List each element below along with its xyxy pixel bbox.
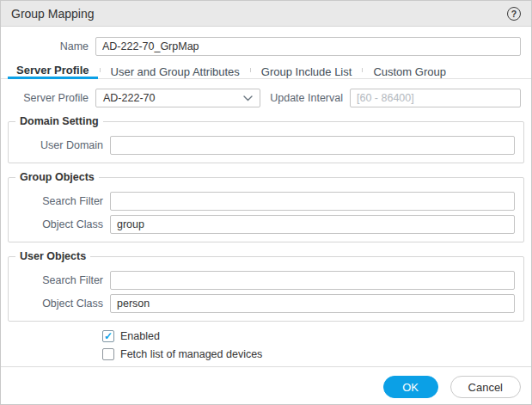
- group-objects-legend: Group Objects: [15, 171, 99, 183]
- dialog-footer: OK Cancel: [1, 366, 531, 405]
- domain-setting-group: Domain Setting User Domain: [8, 115, 524, 163]
- cancel-button[interactable]: Cancel: [450, 376, 521, 398]
- group-object-class-label: Object Class: [9, 218, 110, 230]
- help-icon[interactable]: ?: [507, 7, 521, 21]
- fetch-managed-devices-checkbox[interactable]: [102, 348, 114, 360]
- enabled-checkbox-label: Enabled: [120, 330, 160, 342]
- enabled-checkbox[interactable]: ✓: [102, 330, 114, 342]
- name-input[interactable]: [95, 37, 521, 56]
- chevron-down-icon: [243, 95, 253, 101]
- enabled-checkbox-row[interactable]: ✓ Enabled: [102, 330, 531, 342]
- checkbox-section: ✓ Enabled Fetch list of managed devices: [102, 330, 531, 366]
- domain-setting-legend: Domain Setting: [15, 115, 103, 127]
- group-mapping-dialog: Group Mapping ? Name Server Profile User…: [0, 0, 532, 405]
- update-interval-label: Update Interval: [260, 92, 350, 104]
- group-object-class-input[interactable]: [110, 215, 515, 234]
- group-objects-group: Group Objects Search Filter Object Class: [8, 171, 524, 242]
- tab-bar: Server Profile User and Group Attributes…: [1, 64, 531, 79]
- tab-user-and-group-attributes[interactable]: User and Group Attributes: [102, 64, 248, 79]
- tab-server-profile[interactable]: Server Profile: [8, 64, 98, 79]
- user-object-class-label: Object Class: [9, 298, 110, 310]
- server-profile-select[interactable]: AD-222-70: [95, 89, 260, 107]
- user-objects-group: User Objects Search Filter Object Class: [8, 250, 524, 322]
- server-profile-label: Server Profile: [1, 92, 95, 104]
- server-profile-row: Server Profile AD-222-70 Update Interval: [1, 89, 521, 107]
- user-object-class-input[interactable]: [110, 294, 515, 313]
- tab-separator: [362, 68, 363, 72]
- user-search-filter-label: Search Filter: [9, 274, 110, 286]
- user-domain-input[interactable]: [110, 136, 515, 155]
- name-label: Name: [1, 40, 95, 52]
- dialog-title: Group Mapping: [11, 7, 95, 21]
- tab-separator: [100, 68, 101, 72]
- user-search-filter-input[interactable]: [110, 271, 515, 290]
- group-search-filter-input[interactable]: [110, 192, 515, 211]
- ok-button[interactable]: OK: [383, 376, 438, 398]
- tab-group-include-list[interactable]: Group Include List: [253, 64, 361, 79]
- fetch-managed-devices-checkbox-row[interactable]: Fetch list of managed devices: [102, 348, 531, 360]
- update-interval-input[interactable]: [350, 89, 521, 107]
- name-row: Name: [1, 37, 521, 56]
- dialog-header: Group Mapping ?: [1, 1, 531, 27]
- group-search-filter-label: Search Filter: [9, 195, 110, 207]
- server-profile-selected-value: AD-222-70: [103, 92, 155, 104]
- fetch-managed-devices-checkbox-label: Fetch list of managed devices: [120, 348, 262, 360]
- tab-custom-group[interactable]: Custom Group: [364, 64, 455, 79]
- user-domain-label: User Domain: [9, 139, 110, 151]
- user-objects-legend: User Objects: [15, 250, 90, 262]
- tab-separator: [250, 68, 251, 72]
